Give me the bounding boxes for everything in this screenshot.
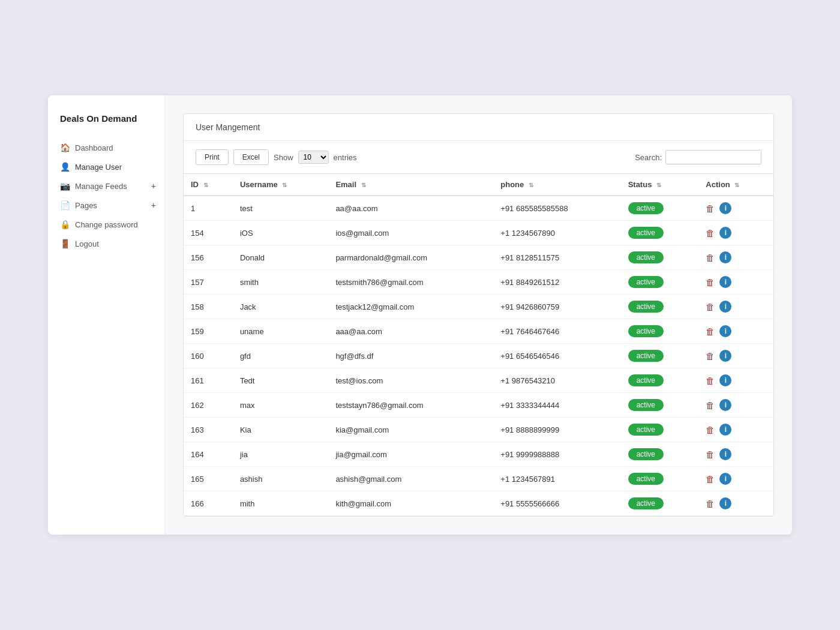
sort-icon-phone: ⇅	[529, 182, 533, 188]
entries-select[interactable]: 5 10 25 50 100	[298, 151, 329, 164]
col-username[interactable]: Username ⇅	[233, 174, 328, 196]
cell-action: 🗑 i	[698, 467, 773, 491]
delete-button[interactable]: 🗑	[706, 203, 715, 214]
sidebar-item-dashboard[interactable]: 🏠 Dashboard	[48, 138, 164, 157]
delete-button[interactable]: 🗑	[706, 449, 715, 460]
info-button[interactable]: i	[719, 202, 731, 214]
excel-button[interactable]: Excel	[233, 149, 269, 165]
cell-status: active	[621, 295, 699, 319]
table-row: 164 jia jia@gmail.com +91 9999988888 act…	[184, 442, 773, 467]
action-icons: 🗑 i	[706, 227, 766, 239]
action-icons: 🗑 i	[706, 473, 766, 485]
col-action: Action ⇅	[698, 174, 773, 196]
delete-button[interactable]: 🗑	[706, 253, 715, 263]
info-button[interactable]: i	[719, 399, 731, 411]
search-input[interactable]	[665, 150, 761, 164]
info-button[interactable]: i	[719, 424, 731, 436]
cell-email: kith@gmail.com	[328, 491, 493, 516]
cell-username: gfd	[233, 344, 328, 368]
cell-action: 🗑 i	[698, 270, 773, 295]
status-badge: active	[628, 473, 664, 485]
info-button[interactable]: i	[719, 251, 731, 263]
info-button[interactable]: i	[719, 374, 731, 386]
show-label: Show	[274, 153, 293, 162]
table-row: 154 iOS ios@gmail.com +1 1234567890 acti…	[184, 221, 773, 245]
cell-phone: +91 9426860759	[493, 295, 620, 319]
table-row: 158 Jack testjack12@gmail.com +91 942686…	[184, 295, 773, 319]
info-button[interactable]: i	[719, 325, 731, 337]
cell-status: active	[621, 319, 699, 344]
cell-phone: +91 8888899999	[493, 418, 620, 442]
table-row: 159 uname aaa@aa.com +91 7646467646 acti…	[184, 319, 773, 344]
manage-feeds-plus-icon: +	[151, 181, 156, 191]
table-controls-left: Print Excel Show 5 10 25 50 100 entries	[196, 149, 357, 165]
pages-icon: 📄	[60, 200, 70, 210]
table-row: 162 max teststayn786@gmail.com +91 33333…	[184, 393, 773, 418]
cell-status: active	[621, 270, 699, 295]
delete-button[interactable]: 🗑	[706, 228, 715, 238]
col-phone[interactable]: phone ⇅	[493, 174, 620, 196]
cell-id: 157	[184, 270, 233, 295]
status-badge: active	[628, 497, 664, 509]
cell-phone: +91 6546546546	[493, 344, 620, 368]
sidebar-item-pages[interactable]: 📄 Pages +	[48, 196, 164, 215]
delete-button[interactable]: 🗑	[706, 351, 715, 361]
sidebar-label-dashboard: Dashboard	[75, 143, 113, 152]
delete-button[interactable]: 🗑	[706, 400, 715, 410]
cell-username: ashish	[233, 467, 328, 491]
cell-id: 161	[184, 368, 233, 393]
cell-id: 166	[184, 491, 233, 516]
search-label: Search:	[635, 153, 662, 162]
sidebar-item-logout[interactable]: 🚪 Logout	[48, 234, 164, 253]
cell-phone: +91 9999988888	[493, 442, 620, 467]
action-icons: 🗑 i	[706, 276, 766, 288]
cell-email: parmardonald@gmail.com	[328, 245, 493, 270]
delete-button[interactable]: 🗑	[706, 376, 715, 386]
status-badge: active	[628, 325, 664, 337]
delete-button[interactable]: 🗑	[706, 425, 715, 435]
cell-username: mith	[233, 491, 328, 516]
cell-id: 164	[184, 442, 233, 467]
sidebar-item-change-password[interactable]: 🔒 Change password	[48, 215, 164, 234]
col-id[interactable]: ID ⇅	[184, 174, 233, 196]
table-row: 165 ashish ashish@gmail.com +1 123456789…	[184, 467, 773, 491]
cell-username: Tedt	[233, 368, 328, 393]
cell-username: iOS	[233, 221, 328, 245]
cell-id: 158	[184, 295, 233, 319]
info-button[interactable]: i	[719, 497, 731, 509]
sidebar-label-manage-feeds: Manage Feeds	[75, 182, 127, 191]
print-button[interactable]: Print	[196, 149, 229, 165]
action-icons: 🗑 i	[706, 448, 766, 460]
sidebar-label-pages: Pages	[75, 201, 97, 210]
info-button[interactable]: i	[719, 350, 731, 362]
sidebar-item-manage-feeds[interactable]: 📷 Manage Feeds +	[48, 176, 164, 196]
cell-action: 🗑 i	[698, 344, 773, 368]
info-button[interactable]: i	[719, 473, 731, 485]
sidebar-item-manage-user[interactable]: 👤 Manage User	[48, 157, 164, 176]
cell-id: 1	[184, 196, 233, 221]
status-badge: active	[628, 448, 664, 460]
action-icons: 🗑 i	[706, 424, 766, 436]
cell-action: 🗑 i	[698, 295, 773, 319]
cell-action: 🗑 i	[698, 196, 773, 221]
col-email[interactable]: Email ⇅	[328, 174, 493, 196]
change-password-icon: 🔒	[60, 220, 70, 229]
table-row: 1 test aa@aa.com +91 685585585588 active…	[184, 196, 773, 221]
delete-button[interactable]: 🗑	[706, 474, 715, 484]
cell-email: testsmith786@gmail.com	[328, 270, 493, 295]
delete-button[interactable]: 🗑	[706, 326, 715, 337]
delete-button[interactable]: 🗑	[706, 499, 715, 509]
info-button[interactable]: i	[719, 301, 731, 313]
action-icons: 🗑 i	[706, 325, 766, 337]
col-status[interactable]: Status ⇅	[621, 174, 699, 196]
cell-email: teststayn786@gmail.com	[328, 393, 493, 418]
info-button[interactable]: i	[719, 227, 731, 239]
cell-id: 159	[184, 319, 233, 344]
delete-button[interactable]: 🗑	[706, 302, 715, 312]
info-button[interactable]: i	[719, 448, 731, 460]
status-badge: active	[628, 301, 664, 313]
info-button[interactable]: i	[719, 276, 731, 288]
cell-email: aa@aa.com	[328, 196, 493, 221]
delete-button[interactable]: 🗑	[706, 277, 715, 287]
cell-status: active	[621, 245, 699, 270]
